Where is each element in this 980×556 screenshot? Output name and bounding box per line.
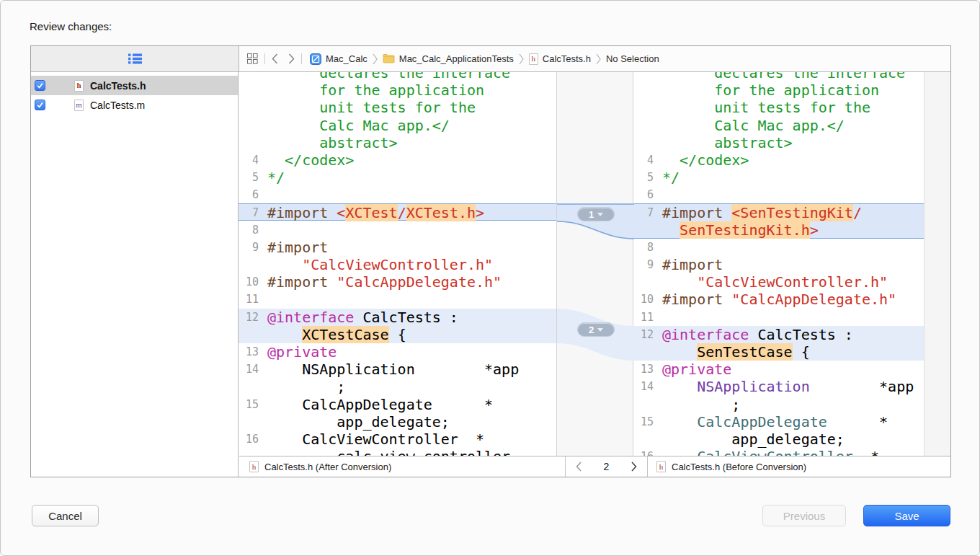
line-number: 4 — [633, 151, 658, 169]
code-text: @private — [263, 343, 337, 361]
code-token: @private — [662, 361, 731, 378]
code-token: / — [398, 204, 406, 221]
breadcrumb-file[interactable]: h CalcTests.h — [529, 53, 591, 65]
code-token — [662, 221, 680, 239]
code-token: abstract> — [267, 134, 398, 151]
code-text: unit tests for the — [658, 99, 870, 116]
code-text: "CalcViewController.h" — [263, 256, 493, 273]
code-text: app_delegate; — [658, 431, 845, 448]
file-row-calctests-h[interactable]: h CalcTests.h — [31, 76, 238, 95]
breadcrumb-group[interactable]: Mac_Calc_ApplicationTests — [383, 53, 514, 64]
code-token: #import — [267, 204, 337, 221]
line-number — [633, 343, 658, 361]
code-text: abstract> — [658, 134, 793, 151]
code-token: CalcViewController * — [267, 431, 484, 448]
breadcrumb-project[interactable]: Mac_Calc — [310, 53, 368, 65]
code-token: "CalcAppDelegate.h" — [731, 291, 896, 308]
code-line: 8 — [633, 239, 924, 256]
after-file-label: h CalcTests.h (After Conversion) — [239, 461, 565, 472]
line-number: 15 — [239, 396, 263, 413]
code-token: ; — [267, 378, 345, 395]
divider — [264, 53, 265, 64]
checkbox-checked[interactable] — [35, 80, 45, 91]
code-line: 9#import — [633, 256, 924, 273]
code-editor-before[interactable]: declares the interface for the applicati… — [633, 72, 924, 456]
code-token: app_delegate; — [662, 431, 845, 448]
save-button[interactable]: Save — [863, 505, 950, 526]
code-token: > — [476, 204, 484, 221]
breadcrumb-label: Mac_Calc — [326, 53, 368, 64]
code-token: </codex> — [267, 151, 354, 169]
related-items-icon[interactable] — [247, 53, 258, 64]
code-text: ; — [263, 378, 345, 395]
line-number — [239, 256, 263, 273]
code-text: SenTestingKit.h> — [658, 221, 819, 239]
code-line: 5*/ — [239, 169, 556, 186]
previous-change-icon[interactable] — [576, 462, 582, 472]
forward-icon[interactable] — [288, 53, 295, 64]
line-number: 16 — [239, 431, 263, 448]
line-number: 4 — [239, 151, 263, 169]
code-line: 6 — [239, 186, 556, 203]
diff-connectors — [557, 72, 634, 456]
code-line: for the application — [633, 81, 924, 99]
code-token — [662, 273, 697, 291]
chevron-right-icon — [519, 53, 524, 65]
code-text: Calc Mac app.</ — [263, 117, 450, 134]
code-token: NSApplication — [697, 378, 810, 395]
line-number: 14 — [239, 361, 263, 378]
code-token — [267, 326, 302, 343]
line-number — [633, 396, 658, 413]
line-number: 14 — [633, 378, 658, 395]
code-text: @private — [658, 361, 731, 378]
code-line: unit tests for the — [633, 99, 924, 116]
code-token: "CalcViewController.h" — [697, 273, 888, 291]
code-editor-after[interactable]: declares the interface for the applicati… — [239, 72, 556, 456]
code-token: app_delegate; — [267, 413, 450, 431]
checkbox-checked[interactable] — [35, 100, 45, 110]
code-token: @interface — [267, 309, 354, 326]
code-token — [662, 343, 697, 361]
breadcrumb-label: No Selection — [606, 53, 659, 64]
back-icon[interactable] — [272, 53, 278, 64]
code-token: < — [337, 204, 345, 221]
code-token: CalcAppDelegate * — [267, 396, 493, 413]
code-line: 7#import <XCTest/XCTest.h> — [239, 204, 556, 221]
code-text: @interface CalcTests : — [658, 326, 853, 343]
code-token: XCTestCase — [302, 326, 388, 343]
code-text: for the application — [263, 81, 484, 99]
code-line: 11 — [633, 309, 924, 326]
code-text: </codex> — [263, 151, 354, 169]
code-text — [658, 186, 662, 203]
code-token: </codex> — [662, 151, 749, 169]
h-file-icon: h — [249, 461, 259, 472]
code-token: */ — [267, 169, 285, 186]
change-badge-1[interactable]: 1 — [577, 207, 615, 221]
file-row-calctests-m[interactable]: m CalcTests.m — [31, 95, 238, 115]
line-number: 11 — [633, 309, 658, 326]
cancel-button[interactable]: Cancel — [32, 505, 99, 526]
code-token: declares the interface — [662, 72, 905, 81]
code-token: #import — [267, 239, 328, 256]
code-line: SenTestCase { — [633, 343, 924, 361]
list-icon[interactable] — [128, 53, 142, 64]
code-text: #import <XCTest/XCTest.h> — [263, 204, 484, 221]
breadcrumb-selection[interactable]: No Selection — [606, 53, 659, 64]
line-number — [633, 431, 658, 448]
diff-footer: h CalcTests.h (After Conversion) 2 h Cal… — [239, 456, 950, 477]
previous-button[interactable]: Previous — [762, 505, 846, 526]
file-list: h CalcTests.h m CalcTests.m — [31, 72, 239, 477]
code-token: declares the interface — [267, 72, 510, 81]
code-token: CalcAppDelegate — [697, 413, 827, 431]
next-change-icon[interactable] — [631, 462, 637, 472]
code-line: 15 CalcAppDelegate * — [239, 396, 556, 413]
line-number: 9 — [239, 239, 263, 256]
code-token: XCTest.h — [406, 204, 476, 221]
change-badge-2[interactable]: 2 — [577, 322, 615, 337]
line-number: 12 — [633, 326, 658, 343]
line-number — [239, 448, 263, 456]
code-token: @private — [267, 343, 337, 361]
code-token: abstract> — [662, 134, 793, 151]
code-token: { — [389, 326, 406, 343]
code-token: #import — [662, 256, 723, 273]
